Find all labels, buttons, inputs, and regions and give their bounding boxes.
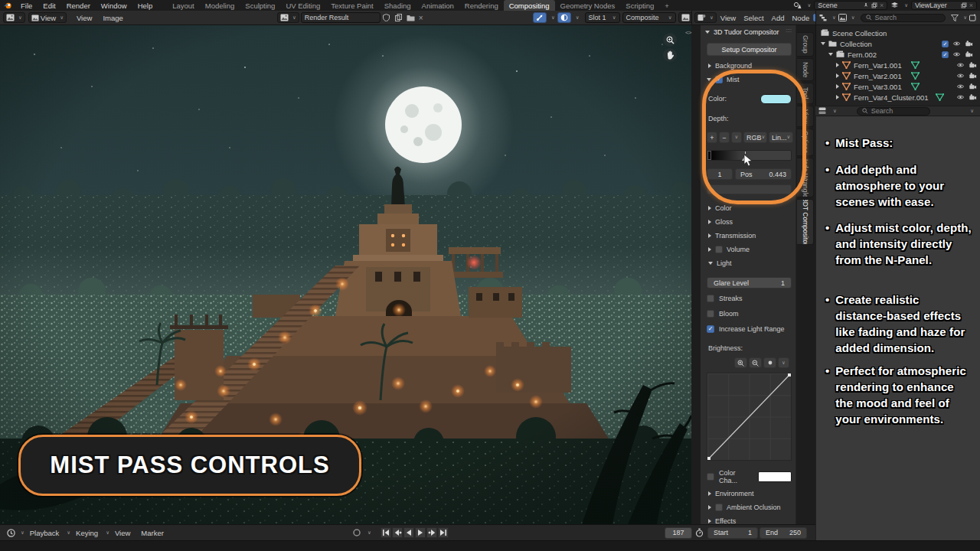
panel-gloss[interactable]: Gloss [708,218,733,226]
workspace-tab-shading[interactable]: Shading [379,0,416,11]
image-browse-button[interactable]: ∨ [277,12,299,23]
menu-window[interactable]: Window [96,0,132,11]
timeline-editor-icon[interactable] [3,529,18,537]
glare-level-slider[interactable]: Glare Level 1 [707,277,792,289]
chevron-down-icon[interactable]: ∨ [576,15,580,21]
curve-tools-button[interactable] [763,357,776,368]
zoom-gizmo[interactable] [663,33,677,47]
outliner-row-fern-var1[interactable]: Fern_Var1.001 [836,60,920,70]
panel-transmission[interactable]: Transmission [708,232,756,240]
add-workspace-button[interactable]: + [659,0,675,11]
display-mode-icon[interactable] [819,14,828,21]
workspace-tab-layout[interactable]: Layout [167,0,200,11]
menu-keying[interactable]: Keying [70,529,103,537]
frame-start-field[interactable]: Start1 [707,527,758,539]
expand-arrow-icon[interactable] [836,95,839,99]
panel-background[interactable]: Background [708,62,752,70]
outliner-search-input[interactable]: Search [861,14,946,22]
menu-playback[interactable]: Playback [24,529,65,537]
volume-checkbox[interactable] [715,246,723,253]
filter-image-icon[interactable] [838,14,847,21]
viewlayer-icon[interactable] [890,2,899,9]
new-image-icon[interactable] [393,14,405,21]
prev-keyframe-button[interactable] [392,527,403,538]
expand-arrow-icon[interactable] [821,42,825,45]
camera-icon[interactable] [965,40,973,47]
eye-icon[interactable] [952,51,961,58]
outliner-row-scene-collection[interactable]: Scene Collection [821,28,887,38]
exclude-checkbox[interactable]: ✓ [942,41,949,47]
pass-dropdown[interactable]: Composite ∨ [622,12,676,23]
snapping-button[interactable] [557,12,571,23]
panel-grip-icon[interactable]: :::: [786,28,792,33]
blender-logo-icon[interactable] [0,2,15,9]
chevron-down-icon[interactable]: ∨ [970,109,974,114]
workspace-tab-sculpting[interactable]: Sculpting [240,0,280,11]
menu-node[interactable]: Node [789,14,814,22]
camera-icon[interactable] [969,93,977,101]
jump-to-end-button[interactable] [438,527,449,538]
chevron-down-icon[interactable]: ∨ [851,15,855,21]
display-mode-dropdown[interactable]: View ∨ [28,12,67,23]
next-keyframe-button[interactable] [426,527,437,538]
menu-select[interactable]: Select [740,14,767,22]
workspace-tab-geometry-nodes[interactable]: Geometry Nodes [555,0,621,11]
menu-view[interactable]: View [71,14,97,22]
chevron-down-icon[interactable]: ∨ [368,530,371,536]
menu-view[interactable]: View [109,529,136,537]
workspace-tab-compositing[interactable]: Compositing [504,0,555,11]
viewlayer-selector[interactable]: ViewLayer × [911,1,977,10]
expand-arrow-icon[interactable] [836,73,839,78]
panel-environment[interactable]: Environment [708,490,754,497]
chevron-down-icon[interactable]: ∨ [904,3,908,8]
new-collection-icon[interactable] [969,14,977,21]
panel-color[interactable]: Color [708,204,732,212]
workspace-tab-scripting[interactable]: Scripting [620,0,659,11]
scene-selector[interactable]: Scene × [814,1,887,10]
menu-add[interactable]: Add [768,14,789,22]
channel-color-swatch[interactable] [758,471,792,482]
expand-arrow-icon[interactable] [836,84,839,89]
panel-ambient-occlusion[interactable]: Ambient Oclusion [708,504,781,511]
exclude-checkbox[interactable]: ✓ [942,51,949,58]
outliner-row-fern-002[interactable]: Fern.002 [828,49,877,60]
workspace-tab-modeling[interactable]: Modeling [200,0,240,11]
image-name-field[interactable]: Render Result [301,12,381,23]
region-resize-handle[interactable]: <> [685,29,691,36]
menu-image[interactable]: Image [97,14,128,22]
image-viewport[interactable]: Frame:187 | Time:01:34.52 | Mem:5160.32M… [0,25,691,524]
menu-render[interactable]: Render [61,0,96,11]
pan-gizmo[interactable] [663,48,677,62]
brightness-curve-widget[interactable] [707,373,792,461]
ambient-occlusion-checkbox[interactable] [715,504,723,511]
workspace-tab-animation[interactable]: Animation [416,0,459,11]
outliner-row-fern-var2[interactable]: Fern_Var2.001 [836,70,920,81]
curve-zoom-out-button[interactable] [749,357,762,368]
color-channel-checkbox[interactable] [707,473,714,481]
expand-arrow-icon[interactable] [828,53,833,56]
stacked-items-icon[interactable] [818,107,828,115]
current-frame-field[interactable]: 187 [665,527,692,539]
workspace-tab-uv-editing[interactable]: UV Editing [280,0,325,11]
editor-type-button[interactable]: ∨ [3,12,25,23]
panel-light[interactable]: Light [708,259,732,267]
camera-icon[interactable] [969,83,977,90]
eye-icon[interactable] [956,93,965,101]
menu-view[interactable]: View [717,14,740,22]
node-editor-type-button[interactable]: ∨ [694,12,717,23]
workspace-tab-rendering[interactable]: Rendering [459,0,504,11]
outliner-row-fern-var4-cluster[interactable]: Fern_Var4_Cluster.001 [836,92,944,103]
side-search-input[interactable]: Search [857,107,930,116]
setup-compositor-button[interactable]: Setup Compositor [707,43,792,56]
bloom-checkbox[interactable] [707,310,714,318]
jump-to-start-button[interactable] [381,527,391,538]
open-folder-icon[interactable] [405,15,417,21]
eye-icon[interactable] [956,72,965,80]
expand-arrow-icon[interactable] [836,63,839,67]
increase-light-range-checkbox[interactable]: ✓ [707,325,714,333]
curve-zoom-in-button[interactable] [734,357,747,368]
play-button[interactable] [415,527,426,538]
chevron-down-icon[interactable]: ∨ [807,3,811,8]
chevron-down-icon[interactable]: ∨ [551,15,555,21]
eye-icon[interactable] [956,61,965,69]
